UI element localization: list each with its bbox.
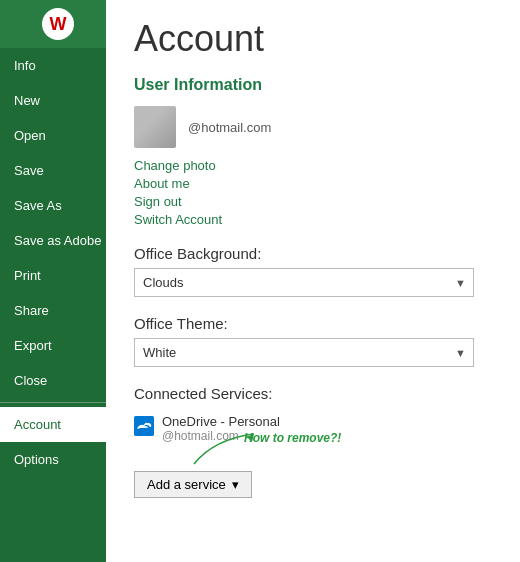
service-info: OneDrive - Personal @hotmail.com — [162, 414, 280, 443]
add-service-container: Add a service ▾ How to remove?! — [134, 459, 252, 498]
sidebar-item-open[interactable]: Open — [0, 118, 106, 153]
sidebar-item-account[interactable]: Account — [0, 407, 106, 442]
logo-icon: W — [42, 8, 74, 40]
sidebar-item-save[interactable]: Save — [0, 153, 106, 188]
office-theme-dropdown-wrapper: White Colorful Dark Gray ▼ — [134, 338, 474, 367]
sidebar-item-save-as[interactable]: Save As — [0, 188, 106, 223]
onedrive-svg — [134, 416, 154, 436]
sidebar-item-export[interactable]: Export — [0, 328, 106, 363]
avatar — [134, 106, 176, 148]
service-name: OneDrive - Personal — [162, 414, 280, 429]
user-info-section-title: User Information — [134, 76, 492, 94]
add-service-chevron-icon: ▾ — [232, 477, 239, 492]
sidebar-item-close[interactable]: Close — [0, 363, 106, 398]
sidebar-item-save-adobe-pdf[interactable]: Save as Adobe PDF — [0, 223, 106, 258]
change-photo-link[interactable]: Change photo — [134, 158, 492, 173]
sidebar-item-print[interactable]: Print — [0, 258, 106, 293]
user-info-row: @hotmail.com — [134, 106, 492, 148]
connected-services-section: Connected Services: OneDrive - Personal … — [134, 385, 492, 498]
office-theme-select[interactable]: White Colorful Dark Gray — [134, 338, 474, 367]
page-title: Account — [134, 18, 492, 60]
add-service-button[interactable]: Add a service ▾ — [134, 471, 252, 498]
office-background-select[interactable]: Clouds None Calligraphy Circuit Critters — [134, 268, 474, 297]
about-me-link[interactable]: About me — [134, 176, 492, 191]
sidebar-item-info[interactable]: Info — [0, 48, 106, 83]
user-email: @hotmail.com — [188, 120, 271, 135]
sidebar-item-new[interactable]: New — [0, 83, 106, 118]
sidebar-item-options[interactable]: Options — [0, 442, 106, 477]
onedrive-icon — [134, 416, 154, 436]
connected-services-title: Connected Services: — [134, 385, 492, 402]
sidebar: W Info New Open Save Save As Save as Ado… — [0, 0, 106, 562]
office-theme-label: Office Theme: — [134, 315, 492, 332]
switch-account-link[interactable]: Switch Account — [134, 212, 492, 227]
app-logo: W — [0, 0, 106, 48]
sidebar-divider — [0, 402, 106, 403]
avatar-image — [134, 106, 176, 148]
office-background-dropdown-wrapper: Clouds None Calligraphy Circuit Critters… — [134, 268, 474, 297]
office-background-label: Office Background: — [134, 245, 492, 262]
sidebar-item-share[interactable]: Share — [0, 293, 106, 328]
add-service-label: Add a service — [147, 477, 226, 492]
service-row: OneDrive - Personal @hotmail.com — [134, 414, 492, 443]
main-content: Account User Information @hotmail.com Ch… — [106, 0, 520, 562]
sign-out-link[interactable]: Sign out — [134, 194, 492, 209]
service-account: @hotmail.com — [162, 429, 280, 443]
